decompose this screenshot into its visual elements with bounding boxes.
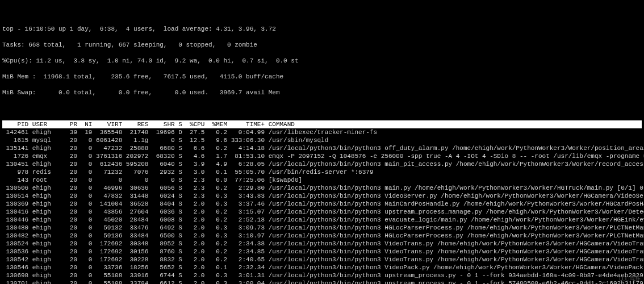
process-list[interactable]: 142461 ehigh 39 19 365548 21748 19696 D … — [2, 128, 642, 284]
process-row[interactable]: 130536 ehigh 20 0 172692 30156 8760 S 2.… — [2, 248, 642, 256]
watermark: ▢▢▢博客 — [619, 275, 641, 283]
process-row[interactable]: 1615 mysql 20 0 6061428 1.1g 0 S 12.5 9.… — [2, 136, 642, 144]
column-header[interactable]: PID USER PR NI VIRT RES SHR S %CPU %MEM … — [2, 120, 642, 128]
summary-line-4: MiB Mem : 11968.1 total, 235.6 free, 761… — [2, 73, 642, 81]
summary-line-1: top - 16:10:50 up 1 day, 6:38, 4 users, … — [2, 25, 642, 33]
blank-line — [2, 105, 642, 112]
process-row[interactable]: 130546 ehigh 20 0 33736 18256 5652 S 2.0… — [2, 264, 642, 272]
process-row[interactable]: 130701 ehigh 20 0 55108 33784 6612 S 2.0… — [2, 279, 642, 284]
process-row[interactable]: 130698 ehigh 20 0 55108 33916 6744 S 2.0… — [2, 272, 642, 279]
process-row[interactable]: 130480 ehigh 20 0 59132 33476 6492 S 2.0… — [2, 224, 642, 232]
process-row[interactable]: 130542 ehigh 20 0 172692 30228 8832 S 2.… — [2, 256, 642, 264]
process-row[interactable]: 135141 ehigh 20 0 47232 25888 6680 S 6.6… — [2, 144, 642, 152]
process-row[interactable]: 1726 emqx 20 0 3761316 202972 68320 S 4.… — [2, 152, 642, 160]
process-row[interactable]: 130524 ehigh 20 0 172692 30348 8952 S 2.… — [2, 240, 642, 248]
process-row[interactable]: 130451 ehigh 20 0 612436 595208 6040 S 3… — [2, 160, 642, 168]
process-row[interactable]: 142461 ehigh 39 19 365548 21748 19696 D … — [2, 128, 642, 136]
process-row[interactable]: 130514 ehigh 20 0 47832 31448 6024 S 2.3… — [2, 192, 642, 200]
process-row[interactable]: 978 redis 20 0 71232 7076 2932 S 3.0 0.1… — [2, 168, 642, 176]
process-row[interactable]: 130446 ehigh 20 0 45020 28484 6008 S 2.0… — [2, 216, 642, 224]
summary-line-2: Tasks: 668 total, 1 running, 667 sleepin… — [2, 41, 642, 49]
summary-line-3: %Cpu(s): 11.2 us, 3.8 sy, 1.0 ni, 74.0 i… — [2, 57, 642, 65]
process-row[interactable]: 130416 ehigh 20 0 43856 27604 6036 S 2.0… — [2, 208, 642, 216]
summary-line-5: MiB Swap: 0.0 total, 0.0 free, 0.0 used.… — [2, 89, 642, 97]
process-row[interactable]: 130482 ehigh 20 0 59136 33484 6500 S 2.0… — [2, 232, 642, 240]
process-row[interactable]: 130506 ehigh 20 0 46996 30636 6056 S 2.3… — [2, 184, 642, 192]
process-row[interactable]: 143 root 20 0 0 0 0 S 2.3 0.0 77:25.06 [… — [2, 176, 642, 184]
process-row[interactable]: 130369 ehigh 20 0 141004 36528 8404 S 2.… — [2, 200, 642, 208]
